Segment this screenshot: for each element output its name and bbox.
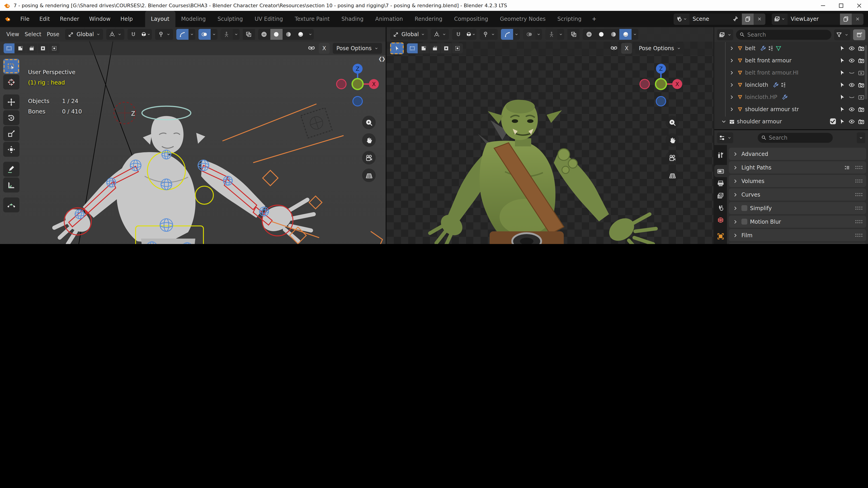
- pivot-dropdown[interactable]: [431, 29, 449, 40]
- viewlayer-browse-button[interactable]: [772, 13, 787, 25]
- scene-unlink-button[interactable]: [754, 13, 765, 25]
- properties-tab-output[interactable]: [714, 177, 727, 189]
- snap-settings[interactable]: [465, 29, 477, 40]
- outliner-search-input[interactable]: Search: [736, 30, 831, 39]
- shading-material[interactable]: [282, 29, 294, 40]
- render-visibility-icon[interactable]: [858, 118, 864, 125]
- properties-tab-view-layer[interactable]: [714, 189, 727, 201]
- shading-rendered[interactable]: [620, 29, 632, 40]
- workspace-tab-texture-paint[interactable]: Texture Paint: [289, 11, 336, 27]
- panel-drag-grip[interactable]: [855, 193, 863, 197]
- properties-tab-world[interactable]: [714, 214, 727, 226]
- tool-annotate-button[interactable]: [3, 162, 20, 177]
- mirror-x-button[interactable]: X: [319, 43, 330, 54]
- snap-toggle[interactable]: [127, 29, 140, 40]
- panel-volumes[interactable]: Volumes: [729, 175, 866, 187]
- collection-checkbox[interactable]: [830, 119, 836, 124]
- visibility-eye-icon[interactable]: [848, 94, 855, 100]
- visibility-eye-icon[interactable]: [848, 45, 855, 51]
- selmode-extend-button[interactable]: [15, 43, 26, 53]
- visibility-eye-icon[interactable]: [848, 82, 855, 88]
- properties-tab-tool[interactable]: [714, 149, 727, 161]
- viewlayer-name-field[interactable]: ViewLayer: [787, 13, 840, 25]
- pivot-dropdown[interactable]: [106, 29, 124, 40]
- selmode-invert-button[interactable]: [441, 43, 452, 53]
- shading-material[interactable]: [608, 29, 620, 40]
- camera-view-button[interactable]: [362, 151, 376, 164]
- render-visibility-icon[interactable]: [858, 94, 864, 100]
- cursorsm-icon[interactable]: [839, 118, 845, 125]
- workspace-tab-rendering[interactable]: Rendering: [409, 11, 448, 27]
- overlays-settings[interactable]: [535, 29, 542, 40]
- panel-film[interactable]: Film: [729, 229, 866, 241]
- cursorsm-icon[interactable]: [839, 69, 845, 76]
- shading-settings[interactable]: [307, 29, 313, 40]
- outliner-filter-dropdown[interactable]: [834, 29, 850, 40]
- tool-breakdowner-button[interactable]: [3, 197, 20, 213]
- render-visibility-icon[interactable]: [858, 69, 864, 76]
- pose-options-dropdown[interactable]: Pose Options: [635, 43, 684, 54]
- panel-drag-grip[interactable]: [855, 179, 863, 183]
- tool-select-button[interactable]: [3, 59, 20, 74]
- viewlayer-new-button[interactable]: [840, 13, 852, 25]
- properties-tab-physics[interactable]: [714, 242, 727, 244]
- panel-simplify[interactable]: Simplify: [729, 202, 866, 214]
- panel-performance[interactable]: Performance: [729, 242, 866, 244]
- snap-toggle[interactable]: [452, 29, 465, 40]
- render-visibility-icon[interactable]: [858, 82, 864, 88]
- ortho-toggle-button[interactable]: [665, 168, 679, 182]
- panel-light-paths[interactable]: Light Paths: [729, 161, 866, 173]
- viewport-solid[interactable]: Z: [0, 27, 386, 244]
- outliner-item-shoulder-armour[interactable]: shoulder armour: [714, 115, 868, 127]
- new-collection-button[interactable]: [853, 29, 865, 40]
- shading-wireframe[interactable]: [258, 29, 270, 40]
- tool-cursor-button[interactable]: [3, 74, 20, 90]
- properties-editor-type[interactable]: [717, 132, 733, 143]
- outliner-item-belt-front-armour-hi[interactable]: belt front armour.HI: [714, 66, 868, 78]
- panel-drag-grip[interactable]: [855, 220, 863, 224]
- viewport-menu-view[interactable]: View: [4, 31, 22, 37]
- add-workspace-button[interactable]: +: [587, 11, 601, 27]
- menu-render[interactable]: Render: [55, 16, 84, 22]
- maximize-button[interactable]: [832, 0, 850, 11]
- gizmo-settings[interactable]: [513, 29, 520, 40]
- scene-name-field[interactable]: Scene: [689, 13, 742, 25]
- selmode-intersect-button[interactable]: [49, 43, 60, 53]
- outliner-editor-type[interactable]: [717, 29, 733, 40]
- proportional-edit-dropdown[interactable]: [480, 29, 498, 40]
- tool-rotate-button[interactable]: [3, 110, 20, 125]
- cursorsm-icon[interactable]: [839, 45, 845, 51]
- panel-drag-grip[interactable]: [855, 206, 863, 210]
- workspace-tab-scripting[interactable]: Scripting: [552, 11, 587, 27]
- proportional-edit-dropdown[interactable]: [155, 29, 173, 40]
- shading-wireframe[interactable]: [583, 29, 595, 40]
- xray-toggle[interactable]: [243, 29, 255, 40]
- menu-window[interactable]: Window: [84, 16, 116, 22]
- tool-scale-button[interactable]: [3, 126, 20, 141]
- pan-button[interactable]: [362, 133, 376, 147]
- gizmo-settings[interactable]: [188, 29, 195, 40]
- menu-file[interactable]: File: [16, 16, 34, 22]
- mirror-x-button[interactable]: X: [621, 43, 632, 54]
- tool-transform-button[interactable]: [3, 142, 20, 157]
- viewport-menu-pose[interactable]: Pose: [44, 31, 62, 37]
- scene-new-button[interactable]: [742, 13, 754, 25]
- workspace-tab-compositing[interactable]: Compositing: [448, 11, 494, 27]
- ortho-toggle-button[interactable]: [362, 168, 376, 182]
- selmode-set-button[interactable]: [4, 43, 14, 53]
- selmode-subtract-button[interactable]: [430, 43, 440, 53]
- navigation-gizmo[interactable]: Z X: [336, 62, 379, 112]
- render-visibility-icon[interactable]: [858, 45, 864, 51]
- close-button[interactable]: [850, 0, 868, 11]
- properties-options[interactable]: [857, 132, 865, 143]
- cursorsm-icon[interactable]: [839, 106, 845, 112]
- xray-toggle[interactable]: [567, 29, 580, 40]
- menu-help[interactable]: Help: [116, 16, 138, 22]
- viewport-menu-select[interactable]: Select: [22, 31, 44, 37]
- pan-button[interactable]: [665, 133, 679, 147]
- shading-rendered[interactable]: [294, 29, 307, 40]
- panel-curves[interactable]: Curves: [729, 188, 866, 201]
- panel-advanced[interactable]: Advanced: [729, 148, 866, 160]
- shading-solid[interactable]: [595, 29, 608, 40]
- zoom-button[interactable]: [665, 116, 679, 129]
